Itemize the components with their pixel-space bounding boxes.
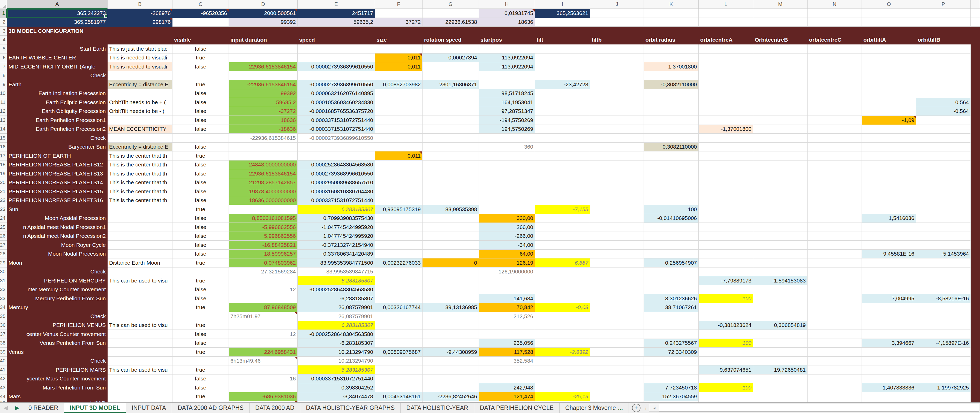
cell-J39[interactable] (590, 348, 644, 357)
cell-H15[interactable] (479, 133, 535, 143)
cell-L42[interactable] (699, 375, 753, 384)
cell-A1[interactable]: 365,242273 (7, 9, 108, 18)
row-header-34[interactable]: 34 (0, 303, 7, 312)
cell-C41[interactable]: true (172, 365, 229, 375)
cell-A44[interactable]: Mars (7, 392, 108, 401)
cell-C32[interactable]: false (172, 285, 229, 294)
cell-D7[interactable]: 22936,6153846154 (229, 62, 298, 71)
cell-A3[interactable]: 3D MODEL CONFIGURATION (7, 27, 108, 36)
cell-G22[interactable] (423, 196, 479, 205)
cell-A18[interactable]: PERIHELION INCREASE PLANETS12 (7, 160, 108, 170)
cell-A13[interactable]: Earth Perihelion Precession1 (7, 116, 108, 125)
col-header-D[interactable]: D (229, 0, 298, 9)
cell-J21[interactable] (590, 187, 644, 196)
row-header-19[interactable]: 19 (0, 169, 7, 178)
cell-O42[interactable] (862, 375, 916, 384)
cell-G17[interactable] (423, 151, 479, 160)
row-header-26[interactable]: 26 (0, 232, 7, 241)
tabs-scroll-right-icon[interactable]: ▶ (11, 403, 23, 413)
cell-N31[interactable] (808, 276, 862, 285)
cell-M40[interactable] (753, 357, 808, 366)
cell-H20[interactable] (479, 178, 535, 187)
cell-F17[interactable]: 0,011 (375, 151, 423, 160)
cell-H27[interactable]: -34,00 (479, 241, 535, 249)
tabs-scroll-left-icon[interactable]: ◀ (0, 403, 11, 413)
col-header-A[interactable]: A (7, 0, 108, 9)
cell-A19[interactable]: PERIHELION INCREASE PLANETS13 (7, 169, 108, 178)
cell-F1[interactable] (375, 9, 423, 18)
cell-N1[interactable] (808, 9, 862, 18)
cell-N28[interactable] (808, 249, 862, 259)
cell-P8[interactable] (916, 71, 971, 80)
cell-K14[interactable] (644, 125, 699, 134)
row-header-15[interactable]: 15 (0, 133, 7, 143)
cell-B31[interactable]: This can be used to visu (108, 276, 172, 285)
row-header-12[interactable]: 12 (0, 107, 7, 116)
cell-L12[interactable] (699, 107, 753, 116)
cell-N29[interactable] (808, 259, 862, 267)
cell-L26[interactable] (699, 232, 753, 241)
cell-Q36[interactable] (971, 321, 980, 330)
cell-G33[interactable] (423, 294, 479, 303)
cell-K6[interactable] (644, 54, 699, 62)
sheet-tab-data-perihelion-cycle[interactable]: DATA PERIHELION CYCLE (474, 403, 560, 413)
cell-L11[interactable] (699, 98, 753, 107)
cell-E19[interactable]: 0,0002739368996610550 (298, 169, 375, 178)
row-header-39[interactable]: 39 (0, 348, 7, 357)
cell-N3[interactable] (808, 27, 862, 36)
cell-O43[interactable]: 1,407833836 (862, 383, 916, 392)
cell-J2[interactable] (590, 18, 644, 27)
cell-J28[interactable] (590, 249, 644, 259)
cell-B12[interactable]: OrbitTilt needs to be - ( (108, 107, 172, 116)
cell-J43[interactable] (590, 383, 644, 392)
cell-M1[interactable] (753, 9, 808, 18)
row-header-11[interactable]: 11 (0, 98, 7, 107)
cell-H23[interactable] (479, 205, 535, 214)
cell-Q8[interactable] (971, 71, 980, 80)
cell-B8[interactable] (108, 71, 172, 80)
row-header-37[interactable]: 37 (0, 330, 7, 339)
row-header-21[interactable]: 21 (0, 187, 7, 196)
cell-Q16[interactable] (971, 143, 980, 152)
row-header-9[interactable]: 9 (0, 80, 7, 89)
sheet-tab-data-2000-ad[interactable]: DATA 2000 AD (250, 403, 300, 413)
cell-M35[interactable] (753, 312, 808, 321)
cell-P38[interactable]: -4,15897E-16 (916, 339, 971, 348)
cell-E39[interactable]: 10,213294790 (298, 348, 375, 357)
cell-P17[interactable] (916, 151, 971, 160)
cell-C18[interactable]: false (172, 160, 229, 170)
cell-M28[interactable] (753, 249, 808, 259)
cell-O25[interactable] (862, 223, 916, 232)
cell-I32[interactable] (535, 285, 590, 294)
cell-M5[interactable] (753, 44, 808, 54)
cell-N33[interactable] (808, 294, 862, 303)
cell-H2[interactable]: 18636 (479, 18, 535, 27)
cell-H26[interactable]: -266,00 (479, 232, 535, 241)
cell-Q43[interactable] (971, 383, 980, 392)
cell-G27[interactable] (423, 241, 479, 249)
cell-A35[interactable]: Check (7, 312, 108, 321)
cell-M21[interactable] (753, 187, 808, 196)
cell-M37[interactable] (753, 330, 808, 339)
cell-J19[interactable] (590, 169, 644, 178)
cell-P18[interactable] (916, 160, 971, 170)
cell-M22[interactable] (753, 196, 808, 205)
row-header-7[interactable]: 7 (0, 62, 7, 71)
cell-B17[interactable]: This is the center that th (108, 151, 172, 160)
cell-E1[interactable]: 2451717 (298, 9, 375, 18)
cell-Q2[interactable] (971, 18, 980, 27)
cell-F31[interactable] (375, 276, 423, 285)
cell-C8[interactable] (172, 71, 229, 80)
cell-F15[interactable] (375, 133, 423, 143)
cell-K42[interactable] (644, 375, 699, 384)
cell-E8[interactable] (298, 71, 375, 80)
cell-H44[interactable]: 121,474 (479, 392, 535, 401)
cell-B27[interactable] (108, 241, 172, 249)
row-header-40[interactable]: 40 (0, 357, 7, 366)
cell-Q28[interactable] (971, 249, 980, 259)
col-header-F[interactable]: F (375, 0, 423, 9)
cell-G5[interactable] (423, 44, 479, 54)
cell-B3[interactable] (108, 27, 172, 36)
cell-B41[interactable]: This can be used to visu (108, 365, 172, 375)
cell-B32[interactable] (108, 285, 172, 294)
